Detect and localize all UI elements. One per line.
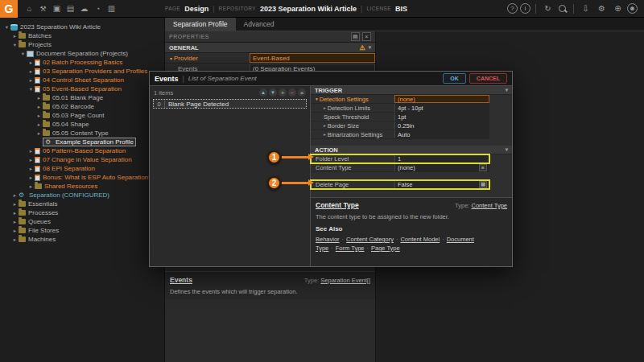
move-up-icon[interactable]: [259, 88, 267, 97]
chevron-right-icon[interactable]: [11, 201, 19, 208]
link-content-model[interactable]: Content Model: [400, 236, 440, 243]
border-size-value[interactable]: 0.25in: [394, 121, 489, 130]
speck-threshold-value[interactable]: 1pt: [394, 113, 489, 121]
event-list-item[interactable]: 0 Blank Page Detected: [153, 99, 307, 109]
tree-item[interactable]: Separation (CONFIGURED): [0, 191, 164, 200]
tree-item[interactable]: File Stores: [0, 226, 164, 235]
trigger-section-header[interactable]: TRIGGER: [311, 86, 512, 95]
save-icon[interactable]: [351, 32, 360, 41]
stats-icon[interactable]: [105, 2, 118, 15]
binarization-settings-value[interactable]: Auto: [394, 130, 489, 138]
chevron-right-icon[interactable]: [27, 157, 35, 163]
tree-item[interactable]: Bonus: What is ESP Auto Separation?: [0, 173, 164, 182]
chevron-right-icon[interactable]: [35, 104, 43, 110]
chevron-down-icon[interactable]: [19, 51, 27, 57]
delete-page-value[interactable]: False: [394, 180, 489, 188]
content-type-value[interactable]: (none): [394, 163, 489, 171]
chevron-right-icon[interactable]: [11, 237, 19, 243]
ok-button[interactable]: OK: [443, 73, 466, 84]
type-link[interactable]: Content Type: [472, 202, 507, 209]
link-page-type[interactable]: Page Type: [371, 245, 400, 252]
speck-threshold-label[interactable]: Speck Threshold: [311, 113, 394, 121]
tree-item[interactable]: 05.03 Page Count: [0, 111, 164, 120]
cancel-button[interactable]: CANCEL: [469, 73, 507, 84]
help-icon[interactable]: [507, 3, 518, 14]
chevron-down-icon[interactable]: [170, 56, 172, 61]
detection-settings-label[interactable]: Detection Settings: [311, 95, 394, 103]
info-icon[interactable]: [520, 3, 530, 14]
reports-icon[interactable]: [91, 2, 105, 15]
globe-icon[interactable]: [611, 2, 625, 15]
home-icon[interactable]: [23, 2, 36, 15]
tree-item[interactable]: 05.01 Blank Page: [0, 93, 164, 102]
tree-item[interactable]: 06 Pattern-Based Separation: [0, 146, 164, 155]
delete-page-label[interactable]: Delete Page: [311, 180, 394, 188]
provider-value[interactable]: Event-Based: [250, 53, 375, 63]
tab-advanced[interactable]: Advanced: [236, 18, 283, 31]
repository-icon[interactable]: [64, 2, 77, 15]
chevron-down-icon[interactable]: [369, 44, 371, 51]
tree-item[interactable]: 05.05 Content Type: [0, 129, 164, 138]
folder-level-value[interactable]: 1: [394, 154, 489, 162]
batches-icon[interactable]: [50, 2, 64, 15]
chevron-down-icon[interactable]: [506, 87, 508, 93]
search-icon[interactable]: [557, 3, 568, 14]
chevron-down-icon[interactable]: [27, 86, 35, 93]
tree-item[interactable]: Shared Resources: [0, 182, 164, 191]
chevron-down-icon[interactable]: [11, 42, 19, 48]
chevron-down-icon[interactable]: [506, 146, 508, 153]
detection-settings-value[interactable]: (none): [394, 95, 489, 103]
tree-item[interactable]: 05 Event-Based Separation: [0, 84, 164, 93]
tree-item[interactable]: Essentials: [0, 200, 164, 208]
user-icon[interactable]: [627, 3, 638, 14]
download-icon[interactable]: [579, 2, 592, 15]
provider-label[interactable]: Provider: [165, 53, 250, 63]
tree-item[interactable]: Batches: [0, 31, 164, 40]
tree-item[interactable]: 02 Batch Processing Basics: [0, 58, 164, 67]
tree-item[interactable]: Document Separation (Projects): [0, 49, 164, 58]
border-size-label[interactable]: Border Size: [311, 121, 394, 130]
tools-icon[interactable]: [36, 2, 50, 15]
detection-limits-label[interactable]: Detection Limits: [311, 104, 394, 112]
tree-item[interactable]: Processes: [0, 208, 164, 217]
remove-item-icon[interactable]: [288, 88, 296, 97]
tree-item[interactable]: 05.04 Shape: [0, 120, 164, 129]
folder-level-label[interactable]: Folder Level: [311, 154, 394, 162]
chevron-right-icon[interactable]: [35, 113, 43, 119]
tree-item[interactable]: Machines: [0, 235, 164, 244]
chevron-right-icon[interactable]: [27, 175, 35, 181]
type-link[interactable]: Separation Event[]: [320, 277, 370, 284]
chevron-down-icon[interactable]: [316, 97, 318, 101]
chevron-right-icon[interactable]: [35, 130, 43, 137]
settings-icon[interactable]: [595, 2, 609, 15]
move-down-icon[interactable]: [269, 88, 277, 97]
tree-item[interactable]: 07 Change in Value Separation: [0, 155, 164, 164]
chevron-right-icon[interactable]: [324, 105, 326, 110]
link-form-type[interactable]: Form Type: [336, 245, 365, 252]
link-content-category[interactable]: Content Category: [346, 236, 394, 243]
dropdown-icon[interactable]: [479, 181, 487, 188]
chevron-right-icon[interactable]: [11, 219, 19, 225]
chevron-right-icon[interactable]: [27, 166, 35, 172]
chevron-right-icon[interactable]: [11, 210, 19, 216]
tab-separation-profile[interactable]: Separation Profile: [165, 18, 236, 31]
chevron-right-icon[interactable]: [27, 183, 35, 190]
chevron-right-icon[interactable]: [35, 95, 43, 101]
chevron-right-icon[interactable]: [35, 121, 43, 128]
tree-item[interactable]: 03 Separation Providers and Profiles: [0, 67, 164, 76]
tree-item-selected[interactable]: Example Separation Profile: [0, 138, 164, 146]
tree-item[interactable]: Queues: [0, 217, 164, 226]
detection-limits-value[interactable]: 4pt - 10pt: [394, 104, 489, 112]
tree-item[interactable]: Projects: [0, 40, 164, 49]
chevron-right-icon[interactable]: [27, 148, 35, 154]
tree-item[interactable]: 05.02 Barcode: [0, 102, 164, 111]
chevron-right-icon[interactable]: [27, 60, 35, 66]
close-icon[interactable]: [362, 32, 371, 41]
chevron-right-icon[interactable]: [324, 123, 326, 128]
chevron-down-icon[interactable]: [3, 24, 10, 31]
grooper-logo[interactable]: G: [0, 0, 18, 18]
cloud-icon[interactable]: [77, 2, 91, 15]
tree-item[interactable]: 2023 Separation Wiki Article: [0, 23, 164, 31]
content-type-label[interactable]: Content Type: [311, 163, 394, 171]
general-section-header[interactable]: GENERAL: [165, 43, 375, 53]
